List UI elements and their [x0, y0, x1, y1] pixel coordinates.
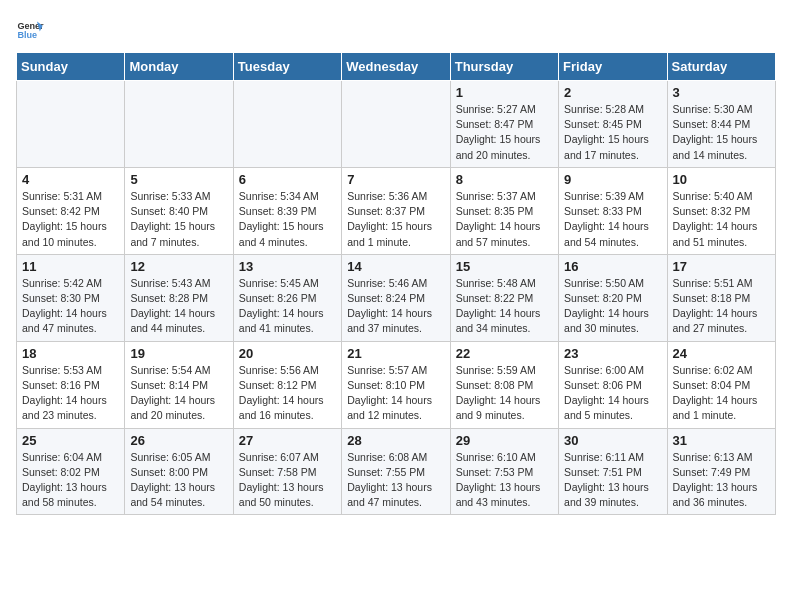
calendar-cell: 27Sunrise: 6:07 AM Sunset: 7:58 PM Dayli… — [233, 428, 341, 515]
day-info: Sunrise: 5:56 AM Sunset: 8:12 PM Dayligh… — [239, 363, 336, 424]
day-info: Sunrise: 5:30 AM Sunset: 8:44 PM Dayligh… — [673, 102, 770, 163]
day-number: 25 — [22, 433, 119, 448]
calendar-cell — [17, 81, 125, 168]
day-number: 20 — [239, 346, 336, 361]
day-number: 5 — [130, 172, 227, 187]
day-number: 4 — [22, 172, 119, 187]
calendar-cell: 29Sunrise: 6:10 AM Sunset: 7:53 PM Dayli… — [450, 428, 558, 515]
day-info: Sunrise: 5:54 AM Sunset: 8:14 PM Dayligh… — [130, 363, 227, 424]
day-number: 6 — [239, 172, 336, 187]
calendar-cell: 10Sunrise: 5:40 AM Sunset: 8:32 PM Dayli… — [667, 167, 775, 254]
calendar-cell: 6Sunrise: 5:34 AM Sunset: 8:39 PM Daylig… — [233, 167, 341, 254]
calendar-cell — [125, 81, 233, 168]
day-number: 29 — [456, 433, 553, 448]
calendar-week-row: 18Sunrise: 5:53 AM Sunset: 8:16 PM Dayli… — [17, 341, 776, 428]
calendar-cell: 20Sunrise: 5:56 AM Sunset: 8:12 PM Dayli… — [233, 341, 341, 428]
day-number: 22 — [456, 346, 553, 361]
day-info: Sunrise: 6:00 AM Sunset: 8:06 PM Dayligh… — [564, 363, 661, 424]
calendar-week-row: 1Sunrise: 5:27 AM Sunset: 8:47 PM Daylig… — [17, 81, 776, 168]
calendar-cell: 9Sunrise: 5:39 AM Sunset: 8:33 PM Daylig… — [559, 167, 667, 254]
calendar-cell: 7Sunrise: 5:36 AM Sunset: 8:37 PM Daylig… — [342, 167, 450, 254]
day-number: 27 — [239, 433, 336, 448]
day-number: 18 — [22, 346, 119, 361]
logo: General Blue — [16, 16, 44, 44]
day-info: Sunrise: 5:50 AM Sunset: 8:20 PM Dayligh… — [564, 276, 661, 337]
weekday-header-thursday: Thursday — [450, 53, 558, 81]
weekday-header-monday: Monday — [125, 53, 233, 81]
calendar-cell: 12Sunrise: 5:43 AM Sunset: 8:28 PM Dayli… — [125, 254, 233, 341]
calendar-cell: 22Sunrise: 5:59 AM Sunset: 8:08 PM Dayli… — [450, 341, 558, 428]
day-number: 12 — [130, 259, 227, 274]
day-number: 8 — [456, 172, 553, 187]
day-number: 15 — [456, 259, 553, 274]
day-info: Sunrise: 5:57 AM Sunset: 8:10 PM Dayligh… — [347, 363, 444, 424]
day-number: 31 — [673, 433, 770, 448]
calendar-cell: 26Sunrise: 6:05 AM Sunset: 8:00 PM Dayli… — [125, 428, 233, 515]
day-info: Sunrise: 6:13 AM Sunset: 7:49 PM Dayligh… — [673, 450, 770, 511]
day-number: 9 — [564, 172, 661, 187]
day-info: Sunrise: 5:59 AM Sunset: 8:08 PM Dayligh… — [456, 363, 553, 424]
day-info: Sunrise: 5:46 AM Sunset: 8:24 PM Dayligh… — [347, 276, 444, 337]
day-info: Sunrise: 6:02 AM Sunset: 8:04 PM Dayligh… — [673, 363, 770, 424]
day-number: 14 — [347, 259, 444, 274]
day-info: Sunrise: 5:28 AM Sunset: 8:45 PM Dayligh… — [564, 102, 661, 163]
calendar-cell: 17Sunrise: 5:51 AM Sunset: 8:18 PM Dayli… — [667, 254, 775, 341]
day-info: Sunrise: 6:11 AM Sunset: 7:51 PM Dayligh… — [564, 450, 661, 511]
day-number: 2 — [564, 85, 661, 100]
day-info: Sunrise: 6:05 AM Sunset: 8:00 PM Dayligh… — [130, 450, 227, 511]
day-number: 11 — [22, 259, 119, 274]
day-info: Sunrise: 6:10 AM Sunset: 7:53 PM Dayligh… — [456, 450, 553, 511]
day-number: 19 — [130, 346, 227, 361]
day-info: Sunrise: 5:34 AM Sunset: 8:39 PM Dayligh… — [239, 189, 336, 250]
day-info: Sunrise: 5:45 AM Sunset: 8:26 PM Dayligh… — [239, 276, 336, 337]
day-number: 28 — [347, 433, 444, 448]
calendar-cell: 13Sunrise: 5:45 AM Sunset: 8:26 PM Dayli… — [233, 254, 341, 341]
day-number: 7 — [347, 172, 444, 187]
day-number: 16 — [564, 259, 661, 274]
svg-text:Blue: Blue — [17, 30, 37, 40]
calendar-cell: 19Sunrise: 5:54 AM Sunset: 8:14 PM Dayli… — [125, 341, 233, 428]
day-number: 23 — [564, 346, 661, 361]
weekday-header-saturday: Saturday — [667, 53, 775, 81]
calendar-cell: 14Sunrise: 5:46 AM Sunset: 8:24 PM Dayli… — [342, 254, 450, 341]
calendar-cell: 28Sunrise: 6:08 AM Sunset: 7:55 PM Dayli… — [342, 428, 450, 515]
calendar-cell: 23Sunrise: 6:00 AM Sunset: 8:06 PM Dayli… — [559, 341, 667, 428]
calendar-cell: 15Sunrise: 5:48 AM Sunset: 8:22 PM Dayli… — [450, 254, 558, 341]
day-info: Sunrise: 6:08 AM Sunset: 7:55 PM Dayligh… — [347, 450, 444, 511]
day-info: Sunrise: 5:31 AM Sunset: 8:42 PM Dayligh… — [22, 189, 119, 250]
calendar-cell: 5Sunrise: 5:33 AM Sunset: 8:40 PM Daylig… — [125, 167, 233, 254]
calendar-cell: 11Sunrise: 5:42 AM Sunset: 8:30 PM Dayli… — [17, 254, 125, 341]
day-info: Sunrise: 5:48 AM Sunset: 8:22 PM Dayligh… — [456, 276, 553, 337]
calendar-cell: 21Sunrise: 5:57 AM Sunset: 8:10 PM Dayli… — [342, 341, 450, 428]
calendar-table: SundayMondayTuesdayWednesdayThursdayFrid… — [16, 52, 776, 515]
weekday-header-friday: Friday — [559, 53, 667, 81]
calendar-header-row: SundayMondayTuesdayWednesdayThursdayFrid… — [17, 53, 776, 81]
day-number: 13 — [239, 259, 336, 274]
calendar-week-row: 11Sunrise: 5:42 AM Sunset: 8:30 PM Dayli… — [17, 254, 776, 341]
day-info: Sunrise: 5:42 AM Sunset: 8:30 PM Dayligh… — [22, 276, 119, 337]
weekday-header-sunday: Sunday — [17, 53, 125, 81]
day-number: 10 — [673, 172, 770, 187]
day-info: Sunrise: 5:33 AM Sunset: 8:40 PM Dayligh… — [130, 189, 227, 250]
calendar-cell: 1Sunrise: 5:27 AM Sunset: 8:47 PM Daylig… — [450, 81, 558, 168]
day-number: 24 — [673, 346, 770, 361]
weekday-header-wednesday: Wednesday — [342, 53, 450, 81]
day-info: Sunrise: 5:36 AM Sunset: 8:37 PM Dayligh… — [347, 189, 444, 250]
calendar-week-row: 25Sunrise: 6:04 AM Sunset: 8:02 PM Dayli… — [17, 428, 776, 515]
calendar-cell: 3Sunrise: 5:30 AM Sunset: 8:44 PM Daylig… — [667, 81, 775, 168]
calendar-cell: 25Sunrise: 6:04 AM Sunset: 8:02 PM Dayli… — [17, 428, 125, 515]
day-info: Sunrise: 6:07 AM Sunset: 7:58 PM Dayligh… — [239, 450, 336, 511]
calendar-week-row: 4Sunrise: 5:31 AM Sunset: 8:42 PM Daylig… — [17, 167, 776, 254]
day-number: 26 — [130, 433, 227, 448]
day-number: 1 — [456, 85, 553, 100]
day-info: Sunrise: 5:27 AM Sunset: 8:47 PM Dayligh… — [456, 102, 553, 163]
calendar-cell — [342, 81, 450, 168]
calendar-cell: 24Sunrise: 6:02 AM Sunset: 8:04 PM Dayli… — [667, 341, 775, 428]
calendar-cell: 30Sunrise: 6:11 AM Sunset: 7:51 PM Dayli… — [559, 428, 667, 515]
calendar-cell — [233, 81, 341, 168]
day-number: 30 — [564, 433, 661, 448]
calendar-cell: 8Sunrise: 5:37 AM Sunset: 8:35 PM Daylig… — [450, 167, 558, 254]
calendar-cell: 4Sunrise: 5:31 AM Sunset: 8:42 PM Daylig… — [17, 167, 125, 254]
day-info: Sunrise: 5:53 AM Sunset: 8:16 PM Dayligh… — [22, 363, 119, 424]
page-header: General Blue — [16, 16, 776, 44]
